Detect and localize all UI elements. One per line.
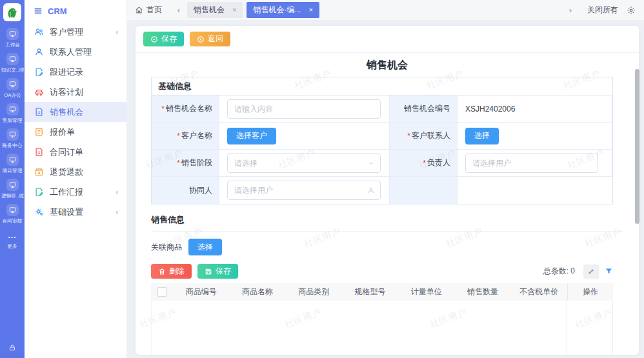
required-asterisk: * — [161, 104, 165, 114]
app-logo[interactable] — [3, 3, 21, 21]
save-rows-button[interactable]: 保存 — [197, 264, 238, 279]
rail-item[interactable]: 账务中心 — [1, 128, 24, 148]
column-header: 商品名称 — [229, 286, 285, 297]
select-product-button[interactable]: 选择 — [188, 239, 222, 255]
sidebar-item-label: 客户管理 — [50, 26, 110, 38]
sidebar-item-label: 工作汇报 — [50, 186, 110, 198]
tab-active[interactable]: 销售机会-编...× — [247, 2, 319, 18]
chevron-collapse-icon: ‹ — [116, 207, 119, 217]
column-header: 计量单位 — [398, 286, 454, 297]
form-control-cell — [219, 95, 390, 123]
car-icon — [34, 87, 44, 97]
sidebar-item-people[interactable]: 客户管理‹ — [25, 22, 126, 42]
total-count-value: 0 — [570, 266, 575, 275]
rail-item[interactable]: 合同审核 — [1, 204, 24, 224]
tab[interactable]: 销售机会× — [187, 2, 243, 18]
input-field[interactable] — [227, 99, 381, 119]
sidebar-item-gear[interactable]: 基础设置‹ — [25, 202, 126, 222]
form-field-label: 销售机会编号 — [390, 95, 458, 123]
tabs-scroll-right-icon[interactable]: › — [562, 5, 579, 15]
rail-item[interactable]: 工作台 — [4, 28, 21, 48]
save-button[interactable]: 保存 — [143, 32, 184, 46]
doc-icon — [34, 147, 44, 157]
total-count-label: 总条数: 0 — [543, 266, 575, 277]
filter-funnel-icon[interactable] — [605, 267, 613, 275]
sidebar-item-car[interactable]: 访客计划 — [25, 82, 126, 102]
floppy-save-icon — [205, 268, 212, 275]
column-header: 销售数量 — [454, 286, 510, 297]
rail-item[interactable]: 售后管理 — [1, 103, 24, 123]
select-picker-button[interactable]: 选择客户 — [227, 128, 276, 144]
related-product-label: 关联商品 — [151, 242, 182, 253]
sidebar-brand: CRM — [25, 0, 126, 22]
rail-item[interactable]: OA办公 — [3, 78, 23, 98]
form-field-label: *负责人 — [390, 150, 458, 177]
more-dots-icon: ... — [6, 229, 19, 241]
sidebar-item-doc[interactable]: 合同订单 — [25, 142, 126, 162]
monitor-icon — [6, 53, 19, 65]
column-header: 商品编号 — [173, 286, 229, 297]
sidebar-item-box-return[interactable]: 退货退款 — [25, 162, 126, 182]
sidebar-item-label: 访客计划 — [50, 86, 119, 98]
form-field-label: *销售机会名称 — [152, 95, 219, 123]
form-control-cell — [219, 177, 390, 204]
delete-rows-button[interactable]: 删除 — [151, 264, 192, 279]
sidebar-item-person[interactable]: 联系人管理 — [25, 42, 126, 62]
form-field-label: *客户联系人 — [390, 123, 458, 150]
monitor-icon — [6, 128, 19, 141]
basic-info-form: 基础信息 *销售机会名称销售机会编号XSJH2402006*客户名称选择客户*客… — [151, 77, 613, 204]
home-label: 首页 — [146, 5, 162, 15]
select-all-checkbox[interactable] — [157, 287, 167, 297]
empty-cell — [458, 177, 612, 204]
required-asterisk: * — [423, 159, 426, 168]
select-picker-button[interactable]: 选择 — [465, 128, 499, 144]
form-control-cell — [458, 150, 612, 177]
sidebar-item-label: 联系人管理 — [50, 46, 119, 58]
tab-label: 销售机会 — [194, 5, 225, 15]
required-asterisk: * — [407, 132, 410, 141]
rail-item[interactable]: 知识文..理 — [0, 53, 26, 73]
sidebar-item-label: 跟进记录 — [50, 66, 119, 78]
select-field[interactable] — [227, 154, 381, 173]
dinosaur-logo-icon — [5, 5, 19, 19]
input-field[interactable] — [227, 181, 381, 200]
sidebar-item-label: 报价单 — [50, 126, 119, 138]
tab-label: 销售机会-编... — [253, 5, 301, 15]
check-circle-icon — [150, 35, 158, 43]
list-icon — [34, 127, 44, 137]
chevron-collapse-icon: ‹ — [116, 187, 119, 197]
sidebar-item-list[interactable]: 报价单 — [25, 122, 126, 142]
home-icon — [135, 6, 143, 14]
product-table: 商品编号商品名称商品类别规格型号计量单位销售数量不含税单价操作 — [151, 283, 613, 355]
rail-item-label: 账务中心 — [3, 143, 23, 148]
tab-close-icon[interactable]: × — [232, 6, 236, 14]
column-header: 商品类别 — [286, 286, 342, 297]
rail-item[interactable]: 项目管理 — [1, 154, 24, 174]
rail-item-label: 更多 — [7, 243, 17, 249]
sidebar-item-doc-edit[interactable]: 跟进记录 — [25, 62, 126, 82]
close-all-tabs-button[interactable]: 关闭所有 — [587, 5, 618, 15]
edit-form-card: 保存 返回 销售机会 基础信息 *销售机会名称销售机会编号XSJH2402006… — [136, 26, 639, 355]
rail-item-label: 知识文..理 — [1, 67, 23, 73]
input-field[interactable] — [465, 154, 598, 173]
product-table-empty-body — [151, 301, 613, 355]
tabs-scroll-left-icon[interactable]: ‹ — [170, 5, 187, 15]
app-rail: 工作台知识文..理OA办公售后管理账务中心项目管理进销存..统合同审核...更多 — [0, 0, 25, 358]
lock-icon[interactable] — [8, 344, 16, 352]
form-field-label: *客户名称 — [152, 123, 219, 150]
monitor-icon — [6, 154, 19, 166]
rail-item-label: 进销存..统 — [1, 193, 23, 199]
home-nav[interactable]: 首页 — [126, 5, 170, 15]
hamburger-menu-icon[interactable] — [34, 6, 43, 15]
gear-icon[interactable] — [627, 6, 636, 15]
rail-item[interactable]: 进销存..统 — [0, 179, 26, 199]
monitor-icon — [6, 204, 19, 216]
back-button[interactable]: 返回 — [190, 32, 230, 46]
rail-item[interactable]: ...更多 — [6, 229, 19, 249]
tab-close-icon[interactable]: × — [308, 6, 312, 14]
expand-table-icon[interactable] — [583, 264, 599, 279]
sidebar-item-doc-edit[interactable]: 工作汇报‹ — [25, 182, 126, 202]
sidebar-item-doc-active[interactable]: 销售机会 — [25, 102, 126, 122]
sidebar: CRM 客户管理‹联系人管理跟进记录访客计划销售机会报价单合同订单退货退款工作汇… — [25, 0, 127, 358]
vertical-scrollbar-thumb[interactable] — [635, 69, 639, 224]
